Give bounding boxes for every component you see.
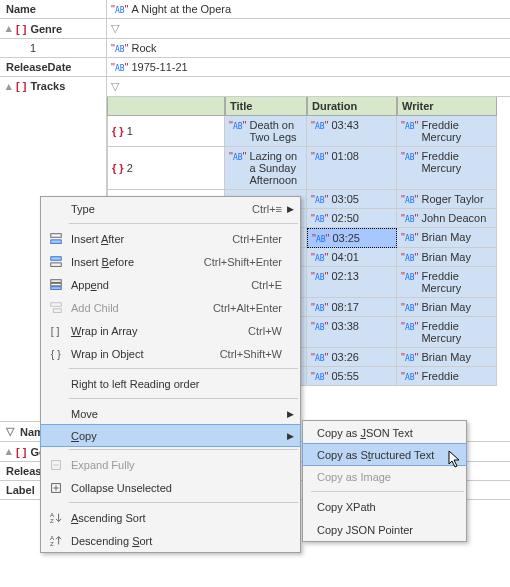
filter-icon: ▽ (111, 80, 119, 93)
release-value[interactable]: "AB" 1975-11-21 (107, 58, 510, 77)
track-writer[interactable]: "AB" Freddie Mercury (397, 116, 497, 147)
svg-text:Z: Z (50, 540, 54, 547)
menu-insert-before[interactable]: Insert BeforeCtrl+Shift+Enter (41, 250, 300, 273)
track-writer[interactable]: "AB" John Deacon (397, 209, 497, 228)
menu-sort-asc[interactable]: AZAscending Sort (41, 506, 300, 529)
wrap-object-icon: { } (45, 347, 67, 361)
filter-icon: ▽ (111, 22, 119, 35)
genre-label: ▴[ ] Genre (0, 19, 107, 39)
insert-before-icon (45, 255, 67, 269)
track-index[interactable]: { } 2 (107, 147, 225, 190)
th-title[interactable]: Title (225, 97, 307, 116)
menu-type[interactable]: TypeCtrl+≡▶ (41, 197, 300, 220)
track-duration[interactable]: "AB" 04:01 (307, 248, 397, 267)
svg-rect-0 (51, 233, 62, 237)
track-duration[interactable]: "AB" 02:50 (307, 209, 397, 228)
append-icon (45, 278, 67, 292)
th-duration[interactable]: Duration (307, 97, 397, 116)
svg-rect-7 (51, 302, 62, 306)
track-writer[interactable]: "AB" Freddie Mercury (397, 147, 497, 190)
th-writer[interactable]: Writer (397, 97, 497, 116)
track-title[interactable]: "AB" Death on Two Legs (225, 116, 307, 147)
track-writer[interactable]: "AB" Freddie Mercury (397, 317, 497, 348)
svg-rect-4 (51, 279, 62, 282)
track-duration[interactable]: "AB" 03:43 (307, 116, 397, 147)
svg-rect-5 (51, 283, 62, 286)
track-title[interactable]: "AB" Lazing on a Sunday Afternoon (225, 147, 307, 190)
release-label: ReleaseDate (0, 58, 107, 77)
track-writer[interactable]: "AB" Freddie Mercury (397, 267, 497, 298)
genre-value[interactable]: "AB" Rock (107, 39, 510, 58)
svg-text:[ ]: [ ] (51, 324, 60, 336)
submenu-copy-structured[interactable]: Copy as Structured Text (302, 443, 467, 466)
name-label: Name (0, 0, 107, 19)
menu-collapse[interactable]: Collapse Unselected (41, 476, 300, 499)
th-index[interactable] (107, 97, 225, 116)
track-writer[interactable]: "AB" Brian May (397, 298, 497, 317)
expand-icon (45, 458, 67, 472)
svg-rect-2 (51, 256, 62, 260)
add-child-icon (45, 301, 67, 315)
wrap-array-icon: [ ] (45, 324, 67, 338)
track-index[interactable]: { } 1 (107, 116, 225, 147)
track-writer[interactable]: "AB" Brian May (397, 248, 497, 267)
insert-after-icon (45, 232, 67, 246)
track-duration[interactable]: "AB" 02:13 (307, 267, 397, 298)
menu-append[interactable]: AppendCtrl+E (41, 273, 300, 296)
collapse-icon (45, 481, 67, 495)
menu-wrap-array[interactable]: [ ]Wrap in ArrayCtrl+W (41, 319, 300, 342)
sort-desc-icon: AZ (45, 534, 67, 548)
svg-text:Z: Z (50, 517, 54, 524)
menu-rtl[interactable]: Right to left Reading order (41, 372, 300, 395)
svg-rect-1 (51, 239, 62, 243)
menu-wrap-object[interactable]: { }Wrap in ObjectCtrl+Shift+W (41, 342, 300, 365)
svg-rect-8 (53, 308, 61, 312)
track-duration[interactable]: "AB" 08:17 (307, 298, 397, 317)
menu-add-child: Add ChildCtrl+Alt+Enter (41, 296, 300, 319)
track-writer[interactable]: "AB" Brian May (397, 348, 497, 367)
menu-insert-after[interactable]: Insert AfterCtrl+Enter (41, 227, 300, 250)
submenu-copy-json[interactable]: Copy as JSON Text (303, 421, 466, 444)
track-duration[interactable]: "AB" 01:08 (307, 147, 397, 190)
svg-text:{ }: { } (51, 347, 61, 359)
track-duration[interactable]: "AB" 05:55 (307, 367, 397, 386)
context-menu: TypeCtrl+≡▶ Insert AfterCtrl+Enter Inser… (40, 196, 301, 553)
track-duration[interactable]: "AB" 03:26 (307, 348, 397, 367)
sort-asc-icon: AZ (45, 511, 67, 525)
track-duration[interactable]: "AB" 03:25 (307, 228, 397, 248)
submenu-copy-xpath[interactable]: Copy XPath (303, 495, 466, 518)
submenu-copy-pointer[interactable]: Copy JSON Pointer (303, 518, 466, 541)
svg-rect-6 (51, 286, 62, 289)
track-writer[interactable]: "AB" Freddie (397, 367, 497, 386)
menu-copy[interactable]: Copy▶ (40, 424, 301, 447)
submenu-copy-image: Copy as Image (303, 465, 466, 488)
svg-rect-3 (51, 262, 62, 266)
menu-sort-desc[interactable]: AZDescending Sort (41, 529, 300, 552)
genre-filter[interactable]: ▽ (107, 19, 510, 39)
track-writer[interactable]: "AB" Roger Taylor (397, 190, 497, 209)
tracks-filter[interactable]: ▽ (107, 77, 510, 97)
menu-expand: Expand Fully (41, 453, 300, 476)
genre-index: 1 (0, 39, 107, 58)
track-writer[interactable]: "AB" Brian May (397, 228, 497, 248)
track-duration[interactable]: "AB" 03:05 (307, 190, 397, 209)
name-value[interactable]: "AB" A Night at the Opera (107, 0, 510, 19)
copy-submenu: Copy as JSON Text Copy as Structured Tex… (302, 420, 467, 542)
menu-move[interactable]: Move▶ (41, 402, 300, 425)
track-duration[interactable]: "AB" 03:38 (307, 317, 397, 348)
